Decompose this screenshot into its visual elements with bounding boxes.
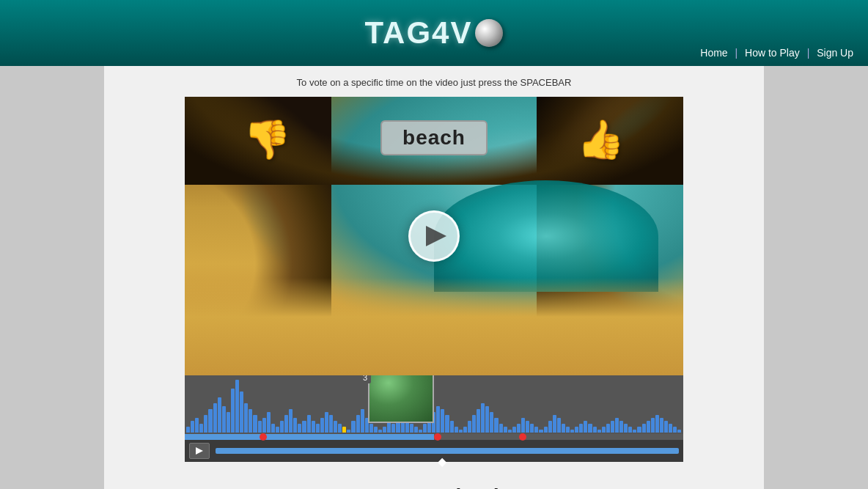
histogram-bar <box>374 427 378 433</box>
histogram-bar <box>673 427 677 433</box>
histogram-bar <box>258 421 262 433</box>
histogram-bar <box>677 430 681 433</box>
thumbnail-number: 3 <box>359 375 371 383</box>
histogram-bar <box>593 427 597 433</box>
histogram-bar <box>218 397 221 433</box>
histogram-bar <box>544 427 548 433</box>
home-link[interactable]: Home <box>700 47 727 59</box>
histogram-bar <box>383 427 386 433</box>
histogram-bar <box>312 421 315 433</box>
histogram-bar <box>302 421 306 433</box>
histogram-bar <box>619 421 623 433</box>
histogram-bar <box>410 424 413 433</box>
histogram-bar <box>334 421 337 433</box>
histogram-bar <box>271 424 275 433</box>
sign-up-link[interactable]: Sign Up <box>817 47 853 59</box>
histogram-bar <box>450 421 454 433</box>
histogram-bar <box>276 427 279 433</box>
histogram-bar <box>485 406 489 433</box>
histogram-bar <box>289 409 293 433</box>
instruction-text: To vote on a specific time on the video … <box>119 77 749 88</box>
histogram-bar <box>606 424 610 433</box>
seekbar[interactable]: ◆ <box>216 448 679 454</box>
histogram-bar <box>548 421 552 433</box>
progress-bar[interactable] <box>185 434 683 440</box>
histogram-bar <box>325 412 328 433</box>
progress-dot <box>434 433 441 441</box>
histogram-bar <box>293 418 297 433</box>
histogram-area[interactable]: 3 <box>185 375 683 434</box>
header: TAG4V Home | How to Play | Sign Up <box>0 0 868 66</box>
histogram-bar <box>504 427 507 433</box>
histogram-bar <box>338 424 342 433</box>
histogram-bar <box>227 412 230 433</box>
histogram-bar <box>208 409 212 433</box>
histogram-bar <box>280 421 284 433</box>
histogram-bar <box>316 424 320 433</box>
histogram-bar <box>597 430 601 433</box>
histogram-bar <box>298 424 301 433</box>
histogram-bar <box>647 421 650 433</box>
play-pause-icon <box>196 447 203 455</box>
how-to-play-link[interactable]: How to Play <box>745 47 800 59</box>
histogram-bar <box>615 418 619 433</box>
histogram-bar <box>669 424 672 433</box>
histogram-bar <box>611 421 614 433</box>
histogram-bar <box>253 415 257 433</box>
histogram-bar <box>633 430 636 433</box>
histogram-bar <box>455 427 458 433</box>
logo-area: TAG4V <box>365 15 504 51</box>
histogram-bar <box>530 424 534 433</box>
histogram-bar <box>195 418 199 433</box>
cursor-icon: ◆ <box>438 455 446 468</box>
histogram-bar <box>436 406 440 433</box>
histogram-bar <box>553 415 556 433</box>
water-area <box>434 180 658 292</box>
play-button[interactable] <box>408 210 460 262</box>
thumb-down-button[interactable]: 👎 <box>243 117 291 162</box>
tag-item[interactable]: clouds <box>444 474 510 489</box>
histogram-bar <box>222 406 226 433</box>
nav-sep-2: | <box>807 47 810 59</box>
histogram-bar <box>235 380 239 433</box>
histogram-bar <box>240 391 243 433</box>
progress-fill <box>185 434 434 440</box>
histogram-bar <box>508 430 512 433</box>
logo-disc <box>475 19 503 47</box>
histogram-bar <box>213 403 217 433</box>
histogram-bar <box>204 415 207 433</box>
histogram-bar <box>494 418 498 433</box>
thumb-up-button[interactable]: 👍 <box>577 117 625 162</box>
histogram-bar <box>369 424 373 433</box>
histogram-bar <box>320 418 324 433</box>
video-container: 👎 beach 👍 3 <box>185 97 683 462</box>
histogram-bar <box>660 418 663 433</box>
histogram-bar <box>624 424 628 433</box>
histogram-bar <box>579 424 583 433</box>
play-pause-button[interactable] <box>189 443 210 459</box>
video-wrapper[interactable]: 👎 beach 👍 <box>185 97 683 375</box>
nav-links: Home | How to Play | Sign Up <box>700 47 853 59</box>
histogram-bar <box>423 424 427 433</box>
histogram-bar <box>419 430 422 433</box>
histogram-bar <box>249 409 252 433</box>
histogram-bar <box>584 421 587 433</box>
histogram-bar <box>642 424 646 433</box>
control-row: ◆ <box>185 440 683 462</box>
histogram-bar <box>307 415 311 433</box>
histogram-bar <box>463 427 467 433</box>
thumbnail-image <box>369 375 433 422</box>
histogram-bar <box>472 415 476 433</box>
histogram-bar <box>526 421 529 433</box>
progress-dot <box>260 433 267 441</box>
tags-area: beachbluebridgecannoncavechurchclockclou… <box>185 474 683 489</box>
histogram-bar <box>566 427 570 433</box>
histogram-bar <box>414 427 418 433</box>
play-triangle-icon <box>426 226 446 246</box>
histogram-bar <box>391 424 395 433</box>
histogram-bar <box>199 424 203 433</box>
histogram-bar <box>329 415 333 433</box>
histogram-bar <box>651 418 655 433</box>
histogram-bar <box>490 412 493 433</box>
histogram-bar <box>481 403 485 433</box>
